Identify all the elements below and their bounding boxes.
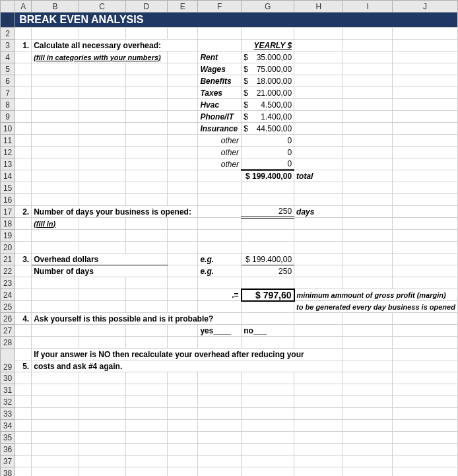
fill-in-2[interactable]: (fill in) xyxy=(32,218,79,230)
row-33: 33 xyxy=(1,408,458,420)
value-other-2[interactable]: 0 xyxy=(242,147,294,158)
step-4-num[interactable]: 4. xyxy=(15,313,32,325)
value-other-3[interactable]: 0 xyxy=(242,158,294,170)
overhead-dollars-label[interactable]: Overhead dollars xyxy=(32,254,168,265)
label-wages[interactable]: Wages xyxy=(198,63,242,75)
col-header-A[interactable]: A xyxy=(15,1,32,13)
result-note-1[interactable]: minimum ammount of gross profit (margin) xyxy=(294,289,458,301)
col-header-C[interactable]: C xyxy=(79,1,125,13)
value-taxes[interactable]: $21.000,00 xyxy=(242,87,294,99)
row-24: 24 .= $ 797,60 minimum ammount of gross … xyxy=(1,289,458,301)
row-19: 19 xyxy=(1,230,458,242)
row-15: 15 xyxy=(1,182,458,194)
label-insurance[interactable]: Insurance xyxy=(198,123,242,135)
total-label[interactable]: total xyxy=(294,170,343,182)
row-36: 36 xyxy=(1,444,458,456)
yearly-header[interactable]: YEARLY $ xyxy=(242,40,294,51)
days-label[interactable]: days xyxy=(294,206,343,218)
row-5: 5 Wages $75.000,00 xyxy=(1,63,458,75)
value-other-1[interactable]: 0 xyxy=(242,135,294,147)
row-1: 1 BREAK EVEN ANALYSIS xyxy=(1,13,458,28)
row-14: 14 $ 199.400,00 total xyxy=(1,170,458,182)
step-2-text[interactable]: Number of days your business is opened: xyxy=(32,206,198,218)
row-11: 11 other 0 xyxy=(1,135,458,147)
row-12: 12 other 0 xyxy=(1,147,458,158)
row-30: 30 xyxy=(1,372,458,384)
label-hvac[interactable]: Hvac xyxy=(198,99,242,111)
page-title[interactable]: BREAK EVEN ANALYSIS xyxy=(15,13,458,28)
row-20: 20 xyxy=(1,242,458,254)
col-header-H[interactable]: H xyxy=(294,1,343,13)
step-2-num[interactable]: 2. xyxy=(15,206,32,218)
col-header-I[interactable]: I xyxy=(343,1,392,13)
row-29a: 29 If your answer is NO then recalculate… xyxy=(1,349,458,360)
row-35: 35 xyxy=(1,432,458,444)
total-value[interactable]: $ 199.400,00 xyxy=(242,170,294,182)
label-benefits[interactable]: Benefits xyxy=(198,75,242,87)
row-3: 3 1. Calculate all necessary overhead: Y… xyxy=(1,40,458,51)
row-27: 27 yes____ no___ xyxy=(1,325,458,337)
row-28: 28 xyxy=(1,337,458,349)
row-31: 31 xyxy=(1,384,458,396)
eg-1[interactable]: e.g. xyxy=(198,254,242,265)
overhead-dollars-value[interactable]: $ 199.400,00 xyxy=(242,254,294,265)
step-1-text[interactable]: Calculate all necessary overhead: xyxy=(32,40,198,51)
row-26: 26 4. Ask yourself is this possible and … xyxy=(1,313,458,325)
row-22: 22 Number of days e.g. 250 xyxy=(1,265,458,277)
row-10: 10 Insurance $44.500,00 xyxy=(1,123,458,135)
label-phone-it[interactable]: Phone/IT xyxy=(198,111,242,123)
row-7: 7 Taxes $21.000,00 xyxy=(1,87,458,99)
yes-field[interactable]: yes____ xyxy=(198,325,242,337)
number-of-days-label[interactable]: Number of days xyxy=(32,265,168,277)
label-other-2[interactable]: other xyxy=(198,147,242,158)
step-5-text-line1[interactable]: If your answer is NO then recalculate yo… xyxy=(32,349,343,360)
row-29: 5. costs and ask #4 again. xyxy=(1,360,458,372)
row-8: 8 Hvac $4.500,00 xyxy=(1,99,458,111)
step-5-text-line2[interactable]: costs and ask #4 again. xyxy=(32,360,343,372)
corner-cell[interactable] xyxy=(1,1,15,13)
col-header-F[interactable]: F xyxy=(198,1,242,13)
col-header-E[interactable]: E xyxy=(167,1,198,13)
step-4-text[interactable]: Ask yourself is this possible and is it … xyxy=(32,313,242,325)
label-other-1[interactable]: other xyxy=(198,135,242,147)
row-32: 32 xyxy=(1,396,458,408)
col-header-G[interactable]: G xyxy=(242,1,294,13)
col-header-D[interactable]: D xyxy=(125,1,167,13)
result-value[interactable]: $ 797,60 xyxy=(242,289,294,301)
row-2: 2 xyxy=(1,28,458,40)
row-13: 13 other 0 xyxy=(1,158,458,170)
value-benefits[interactable]: $18.000,00 xyxy=(242,75,294,87)
value-hvac[interactable]: $4.500,00 xyxy=(242,99,294,111)
row-17: 17 2. Number of days your business is op… xyxy=(1,206,458,218)
number-of-days-value[interactable]: 250 xyxy=(242,265,294,277)
row-18: 18 (fill in) xyxy=(1,218,458,230)
row-37: 37 xyxy=(1,456,458,467)
label-rent[interactable]: Rent xyxy=(198,51,242,63)
no-field[interactable]: no___ xyxy=(242,325,294,337)
result-note-2[interactable]: to be generated every day business is op… xyxy=(294,301,458,313)
row-25: 25 to be generated every day business is… xyxy=(1,301,458,313)
spreadsheet[interactable]: A B C D E F G H I J 1 BREAK EVEN ANALYSI… xyxy=(0,0,458,476)
label-other-3[interactable]: other xyxy=(198,158,242,170)
value-phone-it[interactable]: $1.400,00 xyxy=(242,111,294,123)
col-header-J[interactable]: J xyxy=(392,1,457,13)
value-insurance[interactable]: $44.500,00 xyxy=(242,123,294,135)
row-38: 38 xyxy=(1,467,458,477)
step-3-num[interactable]: 3. xyxy=(15,254,32,265)
column-headers: A B C D E F G H I J xyxy=(1,1,458,13)
row-34: 34 xyxy=(1,420,458,432)
row-6: 6 Benefits $18.000,00 xyxy=(1,75,458,87)
row-4: 4 (fill in categories with your numbers)… xyxy=(1,51,458,63)
days-value[interactable]: 250 xyxy=(242,206,294,218)
step-1-num[interactable]: 1. xyxy=(15,40,32,51)
step-5-num[interactable]: 5. xyxy=(15,360,32,372)
row-header-1[interactable]: 1 xyxy=(1,13,15,28)
value-wages[interactable]: $75.000,00 xyxy=(242,63,294,75)
col-header-B[interactable]: B xyxy=(32,1,79,13)
value-rent[interactable]: $35.000,00 xyxy=(242,51,294,63)
eg-2[interactable]: e.g. xyxy=(198,265,242,277)
equals-label[interactable]: .= xyxy=(198,289,242,301)
row-16: 16 xyxy=(1,194,458,206)
label-taxes[interactable]: Taxes xyxy=(198,87,242,99)
fill-in-note[interactable]: (fill in categories with your numbers) xyxy=(32,51,168,63)
